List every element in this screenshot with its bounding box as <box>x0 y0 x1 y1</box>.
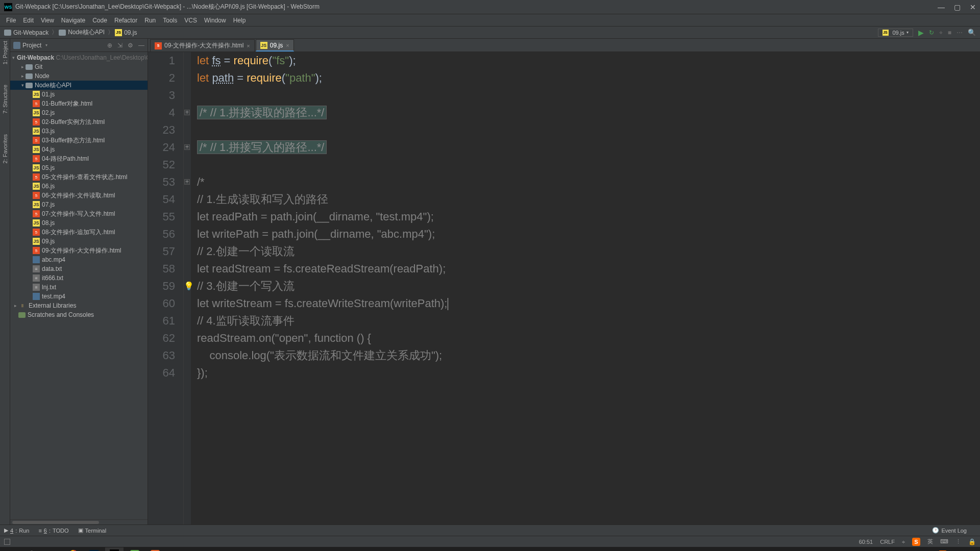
intention-bulb-icon[interactable]: 💡 <box>184 278 194 295</box>
start-button[interactable]: ⊞ <box>3 547 21 551</box>
fold-toggle[interactable]: + <box>184 144 190 150</box>
menu-code[interactable]: Code <box>89 16 110 25</box>
expand-icon[interactable]: ⇲ <box>117 42 122 49</box>
cursor-position: 60:51 <box>859 539 873 545</box>
line-ending[interactable]: CRLF <box>880 539 895 545</box>
tree-node[interactable]: abc.mp4 <box>10 255 148 264</box>
chrome-taskbar[interactable] <box>64 547 83 551</box>
run-button[interactable]: ▶ <box>918 29 924 37</box>
tree-node[interactable]: Git <box>10 62 148 71</box>
stop-button[interactable]: ■ <box>948 29 951 36</box>
tree-node[interactable]: ≡data.txt <box>10 264 148 273</box>
menu-vcs[interactable]: VCS <box>181 16 200 25</box>
photoshop-taskbar[interactable]: Ps <box>85 547 103 551</box>
breadcrumb-file[interactable]: JS09.js <box>115 29 137 36</box>
editor[interactable]: 1234232452535455565758596061626364 +++ l… <box>148 52 980 524</box>
tree-node[interactable]: ⫴External Libraries <box>10 301 148 310</box>
editor-tab[interactable]: JS09.js× <box>256 39 294 52</box>
more-button[interactable]: ⋯ <box>957 29 963 36</box>
tree-node[interactable]: JS06.js <box>10 182 148 191</box>
menu-view[interactable]: View <box>38 16 57 25</box>
tree-node[interactable]: Git-Webpack C:\Users\Jonathan_Lee\Deskto… <box>10 53 148 62</box>
toolwindows-toggle[interactable] <box>4 539 10 545</box>
menu-refactor[interactable]: Refactor <box>111 16 140 25</box>
tab-close-icon[interactable]: × <box>247 43 250 49</box>
editor-tabs: 509-文件操作-大文件操作.html×JS09.js× <box>148 39 980 52</box>
tree-node[interactable]: 507-文件操作-写入文件.html <box>10 209 148 218</box>
tree-node[interactable]: JS01.js <box>10 90 148 99</box>
play-icon: ▶ <box>4 527 8 534</box>
tree-node[interactable]: JS05.js <box>10 163 148 172</box>
camtasia-taskbar[interactable] <box>126 547 144 551</box>
tree-node[interactable]: 503-Buffer静态方法.html <box>10 136 148 145</box>
terminal-toolwindow-button[interactable]: ▣Terminal <box>78 527 107 534</box>
tree-node[interactable]: JS04.js <box>10 145 148 154</box>
breadcrumb-root[interactable]: Git-Webpack <box>4 29 48 36</box>
tree-node[interactable]: ≡lnj.txt <box>10 283 148 292</box>
js-icon: JS <box>115 29 122 36</box>
menu-file[interactable]: File <box>3 16 19 25</box>
ime-tool-icon[interactable]: ⌨ <box>940 538 948 545</box>
fold-toggle[interactable]: + <box>184 179 190 185</box>
search-button[interactable]: 🔍 <box>968 29 976 36</box>
search-button[interactable]: 🔍 <box>23 547 42 551</box>
menu-navigate[interactable]: Navigate <box>58 16 88 25</box>
debug-button[interactable]: ⌖ <box>939 29 943 36</box>
tree-node[interactable]: test.mp4 <box>10 292 148 301</box>
hide-panel-button[interactable]: — <box>138 42 144 49</box>
tab-favorites[interactable]: 2: Favorites <box>2 134 8 163</box>
main-area: 1: Project 7: Structure 2: Favorites Pro… <box>0 39 980 524</box>
menu-tools[interactable]: Tools <box>160 16 180 25</box>
tree-node[interactable]: JS08.js <box>10 218 148 228</box>
ime-mode[interactable]: 英 <box>927 538 933 545</box>
tree-node[interactable]: JS07.js <box>10 200 148 209</box>
run-config-select[interactable]: JS 09.js ▾ <box>878 29 913 37</box>
code[interactable]: let fs = require("fs");let path = requir… <box>191 52 980 524</box>
tree-node[interactable]: 501-Buffer对象.html <box>10 99 148 108</box>
tab-close-icon[interactable]: × <box>286 42 289 48</box>
tree-node[interactable]: 508-文件操作-追加写入.html <box>10 228 148 237</box>
editor-tab[interactable]: 509-文件操作-大文件操作.html× <box>150 39 255 52</box>
fold-toggle[interactable]: + <box>184 110 190 115</box>
list-icon: ≡ <box>38 528 41 534</box>
tree-node[interactable]: 509-文件操作-大文件操作.html <box>10 246 148 255</box>
menu-edit[interactable]: Edit <box>20 16 37 25</box>
tree-node[interactable]: 502-Buffer实例方法.html <box>10 117 148 127</box>
tree-node[interactable]: 505-文件操作-查看文件状态.html <box>10 172 148 182</box>
project-tree[interactable]: Git-Webpack C:\Users\Jonathan_Lee\Deskto… <box>10 52 148 519</box>
editor-area: 509-文件操作-大文件操作.html×JS09.js× 12342324525… <box>148 39 980 524</box>
close-button[interactable]: ✕ <box>970 3 976 11</box>
tree-node-selected[interactable]: Node核心API <box>10 81 148 90</box>
rerun-button[interactable]: ↻ <box>929 29 934 36</box>
taskview-button[interactable]: ⧉ <box>44 547 62 551</box>
tree-node[interactable]: JS02.js <box>10 108 148 117</box>
project-panel-title[interactable]: Project ▾ <box>13 42 47 49</box>
tree-node[interactable]: 506-文件操作-文件读取.html <box>10 191 148 200</box>
toolbar-right: JS 09.js ▾ ▶ ↻ ⌖ ■ ⋯ 🔍 <box>878 29 976 37</box>
tree-node[interactable]: JS03.js <box>10 127 148 136</box>
ime-bullets-icon[interactable]: ⋮ <box>955 538 961 545</box>
gear-icon[interactable]: ⚙ <box>128 42 133 49</box>
webstorm-taskbar[interactable]: WS <box>105 547 124 551</box>
eventlog-button[interactable]: 🕑Event Log <box>932 527 967 534</box>
tree-h-scrollbar[interactable] <box>10 519 148 524</box>
tree-node[interactable]: 504-路径Path.html <box>10 154 148 163</box>
tree-node[interactable]: Scratches and Consoles <box>10 310 148 319</box>
breadcrumb-folder[interactable]: Node核心API <box>59 28 105 37</box>
tab-structure[interactable]: 7: Structure <box>2 85 8 114</box>
minimize-button[interactable]: — <box>938 3 945 11</box>
locate-icon[interactable]: ⊕ <box>107 42 112 49</box>
tree-node[interactable]: Node <box>10 71 148 81</box>
sogou-ime-icon[interactable]: S <box>912 538 920 546</box>
maximize-button[interactable]: ▢ <box>954 3 961 11</box>
recorder-taskbar[interactable] <box>146 547 164 551</box>
titlebar: WS Git-Webpack [C:\Users\Jonathan_Lee\De… <box>0 0 980 14</box>
menu-run[interactable]: Run <box>141 16 159 25</box>
menu-help[interactable]: Help <box>230 16 249 25</box>
run-toolwindow-button[interactable]: ▶4: Run <box>4 527 29 534</box>
tree-node[interactable]: JS09.js <box>10 237 148 246</box>
todo-toolwindow-button[interactable]: ≡6: TODO <box>38 528 68 534</box>
menu-window[interactable]: Window <box>201 16 229 25</box>
tab-project[interactable]: 1: Project <box>2 41 8 64</box>
tree-node[interactable]: ≡it666.txt <box>10 273 148 283</box>
